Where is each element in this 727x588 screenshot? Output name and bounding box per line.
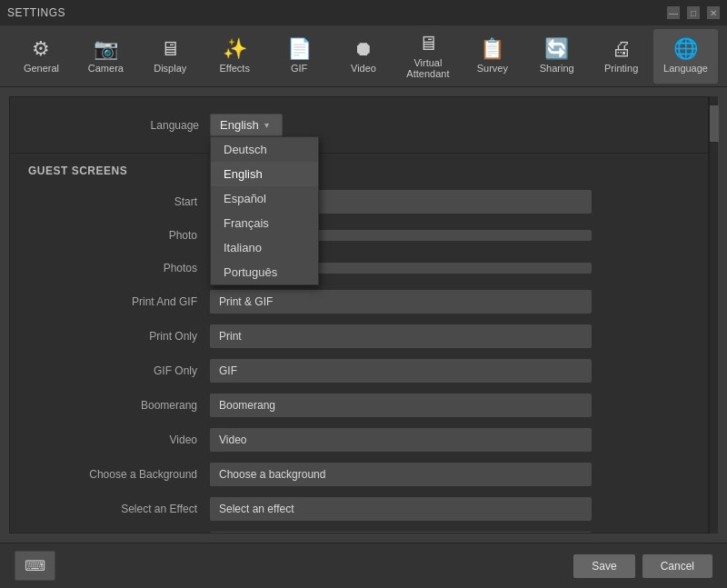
row-value[interactable]: Select an effect <box>210 497 592 521</box>
video-label: Video <box>351 63 376 74</box>
row-value[interactable]: GIF <box>210 359 592 383</box>
sharing-icon: 🔄 <box>544 39 569 59</box>
language-dropdown-menu: DeutschEnglishEspañolFrançaisItalianoPor… <box>210 136 319 285</box>
settings-panel: Language English ▾ DeutschEnglishEspañol… <box>9 96 709 533</box>
language-dropdown-container: English ▾ DeutschEnglishEspañolFrançaisI… <box>210 114 283 136</box>
gif-label: GIF <box>291 63 307 74</box>
row-label: Choose a Background <box>28 468 210 481</box>
main-content: Language English ▾ DeutschEnglishEspañol… <box>0 87 727 543</box>
toolbar-item-survey[interactable]: 📋 Survey <box>460 29 524 84</box>
table-row: GIF Only GIF <box>10 354 708 388</box>
toolbar-item-printing[interactable]: 🖨 Printing <box>589 29 653 84</box>
row-label: GIF Only <box>28 364 210 377</box>
toolbar-item-video[interactable]: ⏺ Video <box>332 29 396 84</box>
survey-label: Survey <box>477 63 508 74</box>
maximize-button[interactable]: □ <box>687 6 700 19</box>
row-label: Print Only <box>28 330 210 343</box>
row-label: Select an Effect <box>28 503 210 515</box>
display-label: Display <box>154 63 186 74</box>
window-title: SETTINGS <box>7 6 65 19</box>
guest-screens-rows: Start Start Photo Photos Print And GIF P… <box>10 184 708 533</box>
scrollbar[interactable] <box>709 96 718 533</box>
language-dropdown[interactable]: English ▾ <box>210 114 283 136</box>
toolbar-item-effects[interactable]: ✨ Effects <box>203 29 267 84</box>
row-label: Print And GIF <box>28 295 210 308</box>
printing-label: Printing <box>604 63 638 74</box>
survey-icon: 📋 <box>480 39 504 59</box>
row-label: Boomerang <box>28 399 210 412</box>
table-row: Choose a Background Choose a background <box>10 457 708 492</box>
effects-label: Effects <box>219 63 249 74</box>
window-controls[interactable]: — □ ✕ <box>667 6 720 19</box>
toolbar-item-virtualAttendant[interactable]: 🖥 Virtual Attendant <box>395 29 460 84</box>
bottom-bar: ⌨ Save Cancel <box>0 543 727 588</box>
table-row: Print Print <box>10 526 708 533</box>
row-label: Video <box>28 434 210 446</box>
table-row: Print And GIF Print & GIF <box>10 284 708 319</box>
row-value[interactable]: Print <box>210 324 592 348</box>
cancel-button[interactable]: Cancel <box>642 554 712 578</box>
language-option-português[interactable]: Português <box>211 260 318 284</box>
table-row: Select an Effect Select an effect <box>10 492 708 526</box>
language-option-español[interactable]: Español <box>211 186 318 211</box>
language-option-français[interactable]: Français <box>211 211 318 235</box>
printing-icon: 🖨 <box>612 39 632 59</box>
scrollbar-thumb[interactable] <box>710 105 719 142</box>
general-label: General <box>24 63 59 74</box>
toolbar-item-language[interactable]: 🌐 Language <box>653 29 718 84</box>
table-row: Boomerang Boomerang <box>10 388 708 423</box>
bottom-actions: Save Cancel <box>573 554 712 578</box>
table-row: Print Only Print <box>10 319 708 354</box>
display-icon: 🖥 <box>160 39 180 59</box>
title-bar: SETTINGS — □ ✕ <box>0 0 727 25</box>
general-icon: ⚙ <box>32 39 50 59</box>
language-option-italiano[interactable]: Italiano <box>211 235 318 260</box>
chevron-down-icon: ▾ <box>264 120 269 130</box>
language-icon: 🌐 <box>673 39 698 59</box>
row-value[interactable]: Choose a background <box>210 463 592 486</box>
table-row: Photos <box>10 252 708 284</box>
virtualAttendant-label: Virtual Attendant <box>395 57 460 79</box>
language-option-deutsch[interactable]: Deutsch <box>211 137 318 162</box>
virtualAttendant-icon: 🖥 <box>418 34 438 54</box>
row-value[interactable]: Print & GIF <box>210 290 592 314</box>
keyboard-button[interactable]: ⌨ <box>15 551 55 581</box>
close-button[interactable]: ✕ <box>707 6 720 19</box>
camera-label: Camera <box>88 63 124 74</box>
row-label: Photos <box>28 262 210 274</box>
sharing-label: Sharing <box>540 63 574 74</box>
language-label: Language <box>663 63 708 74</box>
table-row: Video Video <box>10 423 708 457</box>
minimize-button[interactable]: — <box>667 6 680 19</box>
effects-icon: ✨ <box>223 39 247 59</box>
toolbar-item-general[interactable]: ⚙ General <box>9 29 74 84</box>
toolbar-item-sharing[interactable]: 🔄 Sharing <box>524 29 589 84</box>
gif-icon: 📄 <box>287 39 312 59</box>
language-option-english[interactable]: English <box>211 162 318 186</box>
toolbar-item-gif[interactable]: 📄 GIF <box>267 29 332 84</box>
toolbar: ⚙ General 📷 Camera 🖥 Display ✨ Effects 📄… <box>0 25 727 87</box>
language-selected-value: English <box>220 118 259 132</box>
row-value[interactable]: Boomerang <box>210 394 592 417</box>
camera-icon: 📷 <box>94 39 118 59</box>
save-button[interactable]: Save <box>573 554 634 578</box>
table-row: Photo <box>10 219 708 252</box>
row-label: Start <box>28 195 210 208</box>
video-icon: ⏺ <box>354 39 373 59</box>
toolbar-item-display[interactable]: 🖥 Display <box>138 29 203 84</box>
row-value[interactable]: Print <box>210 532 592 533</box>
toolbar-item-camera[interactable]: 📷 Camera <box>74 29 138 84</box>
row-label: Photo <box>28 229 210 242</box>
guest-screens-section-title: GUEST SCREENS <box>10 154 708 184</box>
language-field-label: Language <box>28 119 210 132</box>
row-value[interactable]: Video <box>210 428 592 452</box>
table-row: Start Start <box>10 184 708 219</box>
keyboard-icon: ⌨ <box>25 558 45 573</box>
language-row: Language English ▾ DeutschEnglishEspañol… <box>10 97 708 154</box>
